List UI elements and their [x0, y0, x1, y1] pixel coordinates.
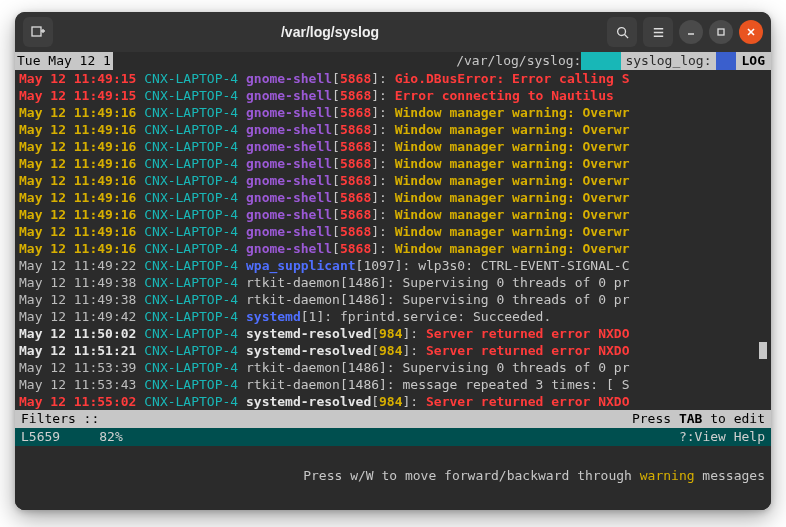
log-pid: 5868	[340, 122, 371, 137]
log-lines[interactable]: May 12 11:49:15 CNX-LAPTOP-4 gnome-shell…	[15, 70, 771, 410]
log-process: rtkit-daemon	[246, 377, 340, 392]
log-timestamp: May 12 11:50:02	[19, 326, 136, 341]
log-line[interactable]: May 12 11:49:16 CNX-LAPTOP-4 gnome-shell…	[19, 223, 767, 240]
status-date: Tue May 12 1	[15, 52, 113, 70]
log-host: CNX-LAPTOP-4	[144, 326, 238, 341]
close-button[interactable]	[739, 20, 763, 44]
log-timestamp: May 12 11:49:38	[19, 275, 136, 290]
log-message: Window manager warning: Overwr	[387, 173, 630, 188]
log-host: CNX-LAPTOP-4	[144, 122, 238, 137]
log-pid: 5868	[340, 241, 371, 256]
plus-tab-icon	[30, 24, 46, 40]
log-line[interactable]: May 12 11:49:15 CNX-LAPTOP-4 gnome-shell…	[19, 87, 767, 104]
minimize-icon	[685, 26, 697, 38]
log-line[interactable]: May 12 11:49:16 CNX-LAPTOP-4 gnome-shell…	[19, 240, 767, 257]
log-pid: 1486	[348, 292, 379, 307]
log-host: CNX-LAPTOP-4	[144, 105, 238, 120]
log-message: Window manager warning: Overwr	[387, 156, 630, 171]
log-message: wlp3s0: CTRL-EVENT-SIGNAL-C	[410, 258, 629, 273]
log-line[interactable]: May 12 11:49:15 CNX-LAPTOP-4 gnome-shell…	[19, 70, 767, 87]
filters-bar[interactable]: Filters :: Press TAB to edit	[15, 410, 771, 428]
bottom-status: L5659 82% ?:View Help	[15, 428, 771, 446]
log-pid: 5868	[340, 207, 371, 222]
log-process: gnome-shell	[246, 207, 332, 222]
log-line[interactable]: May 12 11:49:38 CNX-LAPTOP-4 rtkit-daemo…	[19, 291, 767, 308]
log-line[interactable]: May 12 11:49:16 CNX-LAPTOP-4 gnome-shell…	[19, 189, 767, 206]
log-line[interactable]: May 12 11:49:42 CNX-LAPTOP-4 systemd[1]:…	[19, 308, 767, 325]
log-pid: 5868	[340, 71, 371, 86]
log-message: Window manager warning: Overwr	[387, 190, 630, 205]
log-pid: 5868	[340, 190, 371, 205]
log-timestamp: May 12 11:49:16	[19, 105, 136, 120]
log-line[interactable]: May 12 11:53:43 CNX-LAPTOP-4 rtkit-daemo…	[19, 376, 767, 393]
log-timestamp: May 12 11:53:39	[19, 360, 136, 375]
menu-button[interactable]	[643, 17, 673, 47]
status-position: L5659 82%	[21, 428, 123, 446]
log-pid: 5868	[340, 173, 371, 188]
log-timestamp: May 12 11:49:42	[19, 309, 136, 324]
hint-bar: Press w/W to move forward/backward throu…	[15, 446, 771, 510]
log-process: gnome-shell	[246, 71, 332, 86]
status-panel: syslog_log:	[621, 52, 715, 70]
log-timestamp: May 12 11:49:15	[19, 71, 136, 86]
log-host: CNX-LAPTOP-4	[144, 292, 238, 307]
log-line[interactable]: May 12 11:49:16 CNX-LAPTOP-4 gnome-shell…	[19, 121, 767, 138]
log-message: fprintd.service: Succeeded.	[332, 309, 551, 324]
status-sep-blue	[716, 52, 736, 70]
new-tab-button[interactable]	[23, 17, 53, 47]
log-line[interactable]: May 12 11:53:39 CNX-LAPTOP-4 rtkit-daemo…	[19, 359, 767, 376]
log-pid: 5868	[340, 139, 371, 154]
log-timestamp: May 12 11:49:16	[19, 224, 136, 239]
log-line[interactable]: May 12 11:49:16 CNX-LAPTOP-4 gnome-shell…	[19, 104, 767, 121]
log-timestamp: May 12 11:49:16	[19, 139, 136, 154]
log-message: Supervising 0 threads of 0 pr	[395, 360, 630, 375]
log-process: rtkit-daemon	[246, 292, 340, 307]
log-pid: 1486	[348, 360, 379, 375]
log-line[interactable]: May 12 11:55:02 CNX-LAPTOP-4 systemd-res…	[19, 393, 767, 410]
log-line[interactable]: May 12 11:49:16 CNX-LAPTOP-4 gnome-shell…	[19, 138, 767, 155]
minimize-button[interactable]	[679, 20, 703, 44]
log-pid: 1486	[348, 377, 379, 392]
search-button[interactable]	[607, 17, 637, 47]
log-line[interactable]: May 12 11:49:16 CNX-LAPTOP-4 gnome-shell…	[19, 206, 767, 223]
log-pid: 1097	[363, 258, 394, 273]
log-host: CNX-LAPTOP-4	[144, 71, 238, 86]
log-process: gnome-shell	[246, 241, 332, 256]
log-line[interactable]: May 12 11:49:22 CNX-LAPTOP-4 wpa_supplic…	[19, 257, 767, 274]
log-host: CNX-LAPTOP-4	[144, 139, 238, 154]
log-process: systemd-resolved	[246, 343, 371, 358]
log-line[interactable]: May 12 11:51:21 CNX-LAPTOP-4 systemd-res…	[19, 342, 767, 359]
maximize-button[interactable]	[709, 20, 733, 44]
log-message: Window manager warning: Overwr	[387, 139, 630, 154]
log-host: CNX-LAPTOP-4	[144, 377, 238, 392]
log-timestamp: May 12 11:49:16	[19, 241, 136, 256]
log-timestamp: May 12 11:49:15	[19, 88, 136, 103]
help-hint: ?:View Help	[679, 428, 765, 446]
log-pid: 984	[379, 343, 402, 358]
log-process: gnome-shell	[246, 105, 332, 120]
log-timestamp: May 12 11:53:43	[19, 377, 136, 392]
filters-hint: Press TAB to edit	[632, 410, 765, 428]
log-host: CNX-LAPTOP-4	[144, 343, 238, 358]
log-line[interactable]: May 12 11:49:38 CNX-LAPTOP-4 rtkit-daemo…	[19, 274, 767, 291]
log-process: gnome-shell	[246, 122, 332, 137]
log-message: Gio.DBusError: Error calling S	[387, 71, 630, 86]
terminal-window: /var/log/syslog Tue May 12 1 /var/log/sy…	[15, 12, 771, 510]
log-host: CNX-LAPTOP-4	[144, 309, 238, 324]
log-pid: 1486	[348, 275, 379, 290]
terminal-body[interactable]: Tue May 12 1 /var/log/syslog: syslog_log…	[15, 52, 771, 510]
log-line[interactable]: May 12 11:49:16 CNX-LAPTOP-4 gnome-shell…	[19, 172, 767, 189]
log-line[interactable]: May 12 11:49:16 CNX-LAPTOP-4 gnome-shell…	[19, 155, 767, 172]
log-line[interactable]: May 12 11:50:02 CNX-LAPTOP-4 systemd-res…	[19, 325, 767, 342]
log-timestamp: May 12 11:55:02	[19, 394, 136, 409]
log-message: message repeated 3 times: [ S	[395, 377, 630, 392]
log-timestamp: May 12 11:49:16	[19, 207, 136, 222]
log-process: rtkit-daemon	[246, 360, 340, 375]
log-process: gnome-shell	[246, 190, 332, 205]
log-pid: 984	[379, 394, 402, 409]
close-icon	[745, 26, 757, 38]
svg-point-3	[617, 27, 625, 35]
log-host: CNX-LAPTOP-4	[144, 207, 238, 222]
log-message: Window manager warning: Overwr	[387, 241, 630, 256]
log-message: Window manager warning: Overwr	[387, 122, 630, 137]
